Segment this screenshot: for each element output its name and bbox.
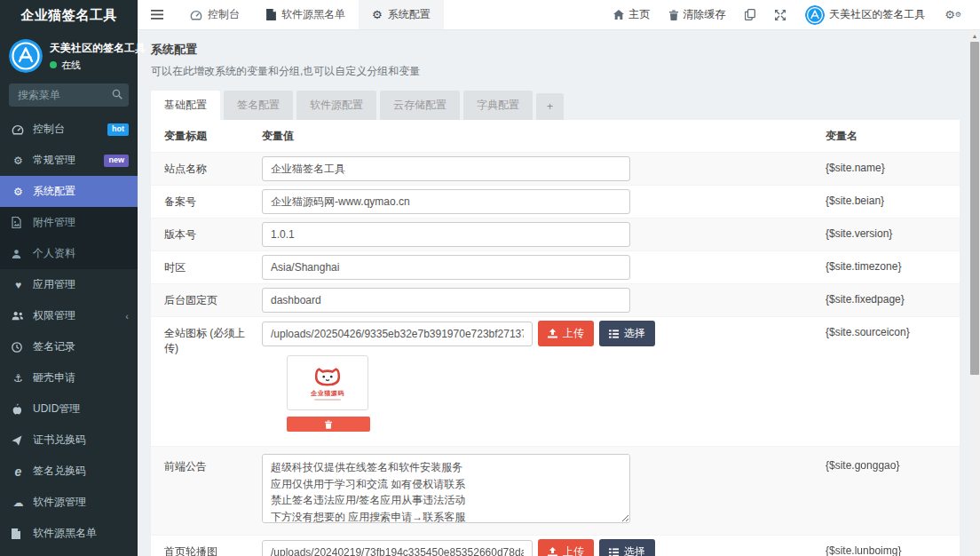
top-navbar: 控制台 软件源黑名单 ⚙ 系统配置 主页 清除缓存 天美社区的签名工具 [138, 0, 980, 30]
sidebar-item-cert-codes[interactable]: 证书兑换码 [0, 425, 138, 456]
hot-badge: hot [107, 123, 129, 136]
sidebar-item-attachments[interactable]: 附件管理 [0, 207, 138, 238]
fullscreen-button[interactable] [765, 0, 795, 30]
table-row: 全站图标 (必须上传) 上传 选择 企业猫源码 [151, 317, 960, 447]
varname: {$site.gonggao} [826, 450, 960, 480]
copy-icon [745, 9, 755, 20]
sidebar-item-shell-crack[interactable]: ⚓ 砸壳申请 [0, 362, 138, 393]
gonggao-textarea[interactable]: 超级科技仅提供在线签名和软件安装服务 应用仅供用于学习和交流 如有侵权请联系 禁… [262, 454, 630, 523]
scrollbar-thumb[interactable] [970, 42, 979, 375]
search-input[interactable] [9, 83, 129, 107]
app-title: 企业猫签名工具 [0, 0, 138, 30]
table-row: 前端公告 超级科技仅提供在线签名和软件安装服务 应用仅供用于学习和交流 如有侵权… [151, 447, 960, 536]
main-content: 系统配置 可以在此增改系统的变量和分组,也可以自定义分组和变量 基础配置 签名配… [138, 30, 969, 556]
tab-add[interactable]: + [536, 93, 564, 120]
home-button[interactable]: 主页 [604, 0, 660, 30]
user-icon [12, 249, 25, 259]
sidebar-item-system-config[interactable]: ⚙ 系统配置 [0, 176, 138, 207]
hamburger-icon[interactable] [138, 0, 177, 29]
delete-image-button[interactable] [287, 417, 370, 432]
scroll-up-arrow-icon[interactable]: ▲ [969, 30, 980, 41]
cat-logo-subline [314, 399, 341, 401]
navtab-source-blacklist[interactable]: 软件源黑名单 [253, 0, 359, 29]
user-menu[interactable]: 天美社区的签名工具 [795, 0, 935, 30]
upload-icon [548, 547, 557, 556]
tab-sign-config[interactable]: 签名配置 [224, 91, 293, 120]
varname: {$site.version} [826, 218, 960, 248]
cogs-icon: ⚙⚙ [944, 8, 961, 21]
site-name-input[interactable] [262, 156, 630, 181]
sidebar: 企业猫签名工具 天美社区的签名工具 在线 控制台 hot ⚙ 常规管理 new … [0, 0, 138, 556]
list-icon [609, 330, 619, 338]
sidebar-item-sign-codes[interactable]: e 签名兑换码 [0, 456, 138, 487]
users-icon [12, 311, 25, 321]
sidebar-item-udid-mgmt[interactable]: UDID管理 [0, 393, 138, 425]
col-header-varname: 变量名 [826, 120, 960, 152]
sidebar-item-general-mgmt[interactable]: ⚙ 常规管理 new [0, 145, 138, 176]
tab-basic-config[interactable]: 基础配置 [151, 91, 220, 120]
gear-icon: ⚙ [12, 186, 25, 198]
col-header-value: 变量值 [262, 120, 826, 152]
cloud-icon: ☁ [12, 496, 25, 509]
user-status: 在线 [50, 59, 146, 72]
choose-button[interactable]: 选择 [599, 539, 655, 556]
varname: {$site.timezone} [826, 251, 960, 281]
user-panel: 天美社区的签名工具 在线 [0, 30, 138, 80]
appstore-avatar [9, 39, 43, 73]
page-title: 系统配置 [151, 42, 960, 58]
navtab-system-config[interactable]: ⚙ 系统配置 [359, 0, 444, 29]
fixedpage-input[interactable] [262, 288, 630, 313]
sidebar-item-source-mgmt[interactable]: ☁ 软件源管理 [0, 487, 138, 518]
sidebar-item-dashboard[interactable]: 控制台 hot [0, 114, 138, 145]
cat-logo-icon [312, 365, 343, 388]
chevron-left-icon: ‹ [125, 311, 129, 322]
lunboimg-input[interactable] [262, 540, 533, 556]
appstore-avatar [805, 5, 825, 25]
config-tabs: 基础配置 签名配置 软件源配置 云存储配置 字典配置 + [151, 91, 960, 120]
expand-icon [775, 10, 786, 20]
settings-button[interactable]: ⚙⚙ [935, 0, 971, 30]
navtab-dashboard[interactable]: 控制台 [177, 0, 253, 29]
sidebar-item-app-mgmt[interactable]: ♥ 应用管理 [0, 269, 138, 300]
search-icon[interactable] [112, 89, 122, 99]
sidebar-item-source-blacklist[interactable]: 软件源黑名单 [0, 518, 138, 549]
cogs-icon: ⚙ [12, 155, 25, 167]
table-row: 版本号 {$site.version} [151, 218, 960, 251]
varname: {$site.beian} [826, 186, 960, 215]
upload-button[interactable]: 上传 [538, 539, 594, 556]
new-badge: new [104, 155, 129, 167]
clear-cache-button[interactable]: 清除缓存 [660, 0, 735, 30]
table-row: 时区 {$site.timezone} [151, 251, 960, 284]
tab-cloud-storage-config[interactable]: 云存储配置 [380, 91, 460, 120]
sidebar-item-sign-records[interactable]: 签名记录 [0, 331, 138, 362]
paper-plane-icon [12, 435, 25, 446]
table-row: 站点名称 {$site.name} [151, 153, 960, 186]
sidebar-item-permission-mgmt[interactable]: 权限管理 ‹ [0, 300, 138, 331]
upload-icon [548, 329, 557, 338]
home-icon [613, 10, 624, 20]
list-icon [609, 548, 619, 556]
timezone-input[interactable] [262, 255, 630, 280]
icon-preview: 企业猫源码 [287, 355, 826, 432]
upload-button[interactable]: 上传 [538, 321, 594, 346]
version-input[interactable] [262, 222, 630, 247]
heart-icon: ♥ [12, 279, 25, 291]
sourceicon-input[interactable] [262, 322, 533, 346]
copy-button[interactable] [735, 0, 765, 30]
tab-dict-config[interactable]: 字典配置 [463, 91, 533, 120]
sidebar-search [9, 83, 129, 107]
trash-icon [325, 420, 332, 429]
navbar-username: 天美社区的签名工具 [829, 7, 925, 22]
dashboard-icon [190, 10, 202, 20]
choose-button[interactable]: 选择 [599, 321, 655, 346]
vertical-scrollbar[interactable]: ▲ [969, 30, 980, 556]
anchor-icon: ⚓ [12, 372, 25, 385]
cat-logo-preview[interactable]: 企业猫源码 [287, 355, 368, 410]
beian-input[interactable] [262, 189, 630, 214]
sidebar-submenu: ⚙ 系统配置 附件管理 个人资料 [0, 176, 138, 269]
config-panel: 变量标题 变量值 变量名 站点名称 {$site.name} 备案号 {$sit… [151, 120, 960, 556]
file-icon [266, 9, 276, 20]
tab-source-config[interactable]: 软件源配置 [296, 91, 376, 120]
sidebar-item-profile[interactable]: 个人资料 [0, 238, 138, 269]
clock-icon [12, 342, 25, 353]
